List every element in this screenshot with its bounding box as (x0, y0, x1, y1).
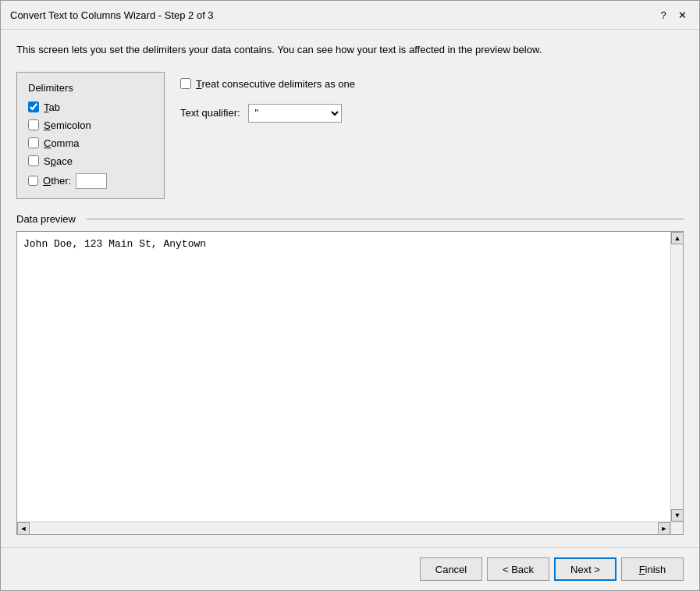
button-bar: Cancel < Back Next > Finish (1, 547, 699, 590)
preview-box: John Doe, 123 Main St, Anytown ▲ ▼ ◄ ► (16, 231, 684, 536)
data-preview-section: Data preview John Doe, 123 Main St, Anyt… (16, 213, 684, 536)
cancel-button[interactable]: Cancel (420, 557, 482, 581)
semicolon-label[interactable]: Semicolon (44, 119, 91, 131)
dialog-title: Convert Text to Columns Wizard - Step 2 … (10, 9, 214, 21)
description-text: This screen lets you set the delimiters … (16, 42, 684, 58)
qualifier-label: Text qualifier: (180, 107, 240, 119)
back-button[interactable]: < Back (487, 557, 549, 581)
tab-row: Tab (28, 101, 153, 113)
scroll-right-button[interactable]: ► (658, 522, 670, 535)
scrollbar-corner (670, 522, 683, 534)
dialog-window: Convert Text to Columns Wizard - Step 2 … (0, 0, 700, 591)
title-bar: Convert Text to Columns Wizard - Step 2 … (1, 1, 699, 30)
horizontal-scrollbar: ◄ ► (17, 522, 670, 534)
space-row: Space (28, 155, 153, 167)
semicolon-checkbox[interactable] (28, 119, 39, 130)
other-checkbox[interactable] (28, 176, 38, 186)
title-bar-controls: ? ✕ (656, 7, 690, 23)
finish-button[interactable]: Finish (621, 557, 684, 581)
preview-header: Data preview (16, 213, 684, 225)
tab-checkbox[interactable] (28, 101, 39, 112)
space-label[interactable]: Space (44, 155, 73, 167)
other-label[interactable]: Other: (43, 175, 71, 187)
comma-row: Comma (28, 137, 153, 149)
help-button[interactable]: ? (656, 7, 671, 23)
delimiters-group: Delimiters Tab Semicolon Comma Space (16, 72, 165, 199)
vertical-scrollbar: ▲ ▼ (670, 232, 683, 522)
preview-divider (87, 219, 684, 219)
other-row: Other: (28, 173, 153, 189)
scroll-track-h (30, 522, 658, 534)
other-text-input[interactable] (76, 173, 107, 189)
dialog-content: This screen lets you set the delimiters … (1, 30, 699, 547)
qualifier-row: Text qualifier: " ' {none} (180, 104, 355, 123)
main-section: Delimiters Tab Semicolon Comma Space (16, 72, 684, 199)
consecutive-label[interactable]: Treat consecutive delimiters as one (196, 78, 355, 90)
qualifier-select[interactable]: " ' {none} (248, 104, 342, 123)
tab-label[interactable]: Tab (44, 101, 60, 113)
comma-label[interactable]: Comma (44, 137, 80, 149)
consecutive-row: Treat consecutive delimiters as one (180, 78, 355, 90)
scroll-left-button[interactable]: ◄ (17, 522, 30, 535)
scroll-down-button[interactable]: ▼ (671, 509, 684, 522)
right-options: Treat consecutive delimiters as one Text… (180, 72, 355, 199)
next-button[interactable]: Next > (554, 557, 616, 581)
preview-text: John Doe, 123 Main St, Anytown (17, 232, 683, 535)
space-checkbox[interactable] (28, 155, 39, 166)
preview-label: Data preview (16, 213, 80, 225)
scroll-up-button[interactable]: ▲ (671, 232, 684, 244)
close-button[interactable]: ✕ (674, 7, 690, 23)
semicolon-row: Semicolon (28, 119, 153, 131)
comma-checkbox[interactable] (28, 137, 39, 148)
delimiters-label: Delimiters (28, 82, 153, 94)
consecutive-checkbox[interactable] (180, 78, 191, 89)
scroll-track-v (671, 244, 683, 510)
